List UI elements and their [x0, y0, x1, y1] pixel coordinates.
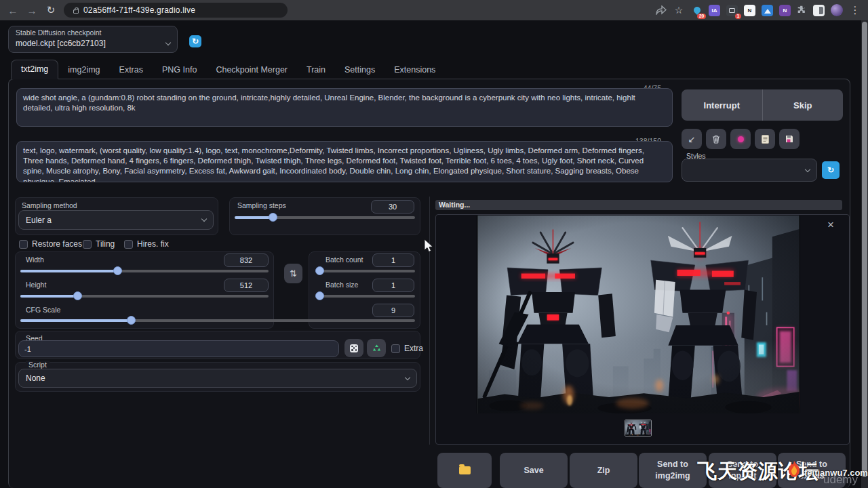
onenote-extension-icon[interactable]: N: [779, 5, 791, 16]
browser-toolbar: ← → ↻ 02a56ff4-71ff-439e.gradio.live ☆ 2…: [0, 0, 868, 20]
hires-fix-checkbox[interactable]: Hires. fix: [124, 239, 169, 249]
apply-style-button[interactable]: [755, 129, 775, 149]
checkbox-icon: [83, 240, 92, 249]
interrupt-button[interactable]: Interrupt: [682, 89, 762, 121]
cfg-value[interactable]: 9: [372, 304, 414, 317]
swap-icon: ⇅: [290, 268, 297, 279]
bookmark-star-icon[interactable]: ☆: [673, 5, 685, 16]
gallery-thumbnail[interactable]: [625, 420, 652, 436]
paste-params-button[interactable]: ↙: [682, 129, 702, 149]
mouse-cursor: [422, 239, 435, 253]
url-text: 02a56ff4-71ff-439e.gradio.live: [83, 5, 195, 15]
styles-refresh-button[interactable]: ↻: [822, 161, 840, 179]
flame-icon: [784, 460, 804, 480]
slider-knob[interactable]: [269, 213, 277, 222]
folder-icon: [459, 466, 471, 474]
extra-networks-button[interactable]: [730, 129, 751, 149]
puzzle-icon[interactable]: [797, 5, 807, 16]
save-style-button[interactable]: [779, 129, 800, 149]
height-slider[interactable]: [20, 295, 269, 298]
tab-img2img[interactable]: img2img: [58, 61, 109, 79]
batch-count-value[interactable]: 1: [372, 253, 414, 267]
seed-input[interactable]: [18, 340, 339, 357]
side-panel-icon[interactable]: [813, 5, 825, 16]
slider-knob[interactable]: [315, 266, 324, 275]
tab-settings[interactable]: Settings: [335, 61, 384, 79]
reload-icon[interactable]: ↻: [45, 4, 57, 16]
notion-extension-icon[interactable]: N: [744, 5, 755, 16]
column-divider: [429, 197, 430, 445]
slider-knob[interactable]: [73, 291, 82, 300]
batch-size-slider[interactable]: [315, 295, 415, 298]
chevron-down-icon: [165, 39, 171, 45]
checkpoint-dropdown[interactable]: Stable Diffusion checkpoint model.ckpt […: [8, 26, 178, 53]
cfg-label: CFG Scale: [26, 306, 60, 314]
address-bar[interactable]: 02a56ff4-71ff-439e.gradio.live: [64, 3, 288, 18]
batch-size-value[interactable]: 1: [372, 279, 414, 292]
back-icon[interactable]: ←: [7, 5, 19, 16]
prompt-input[interactable]: wide shot angle, a (gundam:0.8) robot st…: [16, 88, 673, 127]
open-folder-button[interactable]: [437, 453, 492, 488]
tab-bar: txt2img img2img Extras PNG Info Checkpoi…: [11, 61, 445, 79]
floppy-icon: [785, 135, 793, 143]
ia-extension-icon[interactable]: IA: [709, 5, 720, 16]
share-icon[interactable]: [656, 5, 667, 15]
save-button[interactable]: Save: [500, 453, 568, 488]
recycle-icon: [372, 344, 381, 352]
script-value: None: [26, 373, 45, 383]
checkpoint-refresh-button[interactable]: ↻: [189, 35, 201, 47]
restore-faces-checkbox[interactable]: Restore faces: [19, 239, 82, 249]
profile-avatar[interactable]: [831, 4, 843, 16]
slider-knob[interactable]: [315, 291, 324, 300]
wallpaper-extension-icon[interactable]: [762, 5, 773, 16]
tiling-checkbox[interactable]: Tiling: [83, 239, 115, 249]
refresh-icon: ↻: [192, 37, 199, 46]
width-value[interactable]: 832: [224, 253, 269, 267]
zip-button[interactable]: Zip: [570, 453, 637, 488]
generated-image[interactable]: [477, 216, 800, 413]
pin-extension-icon[interactable]: 20: [691, 5, 703, 16]
tab-train[interactable]: Train: [297, 61, 335, 79]
capture-badge: 1: [735, 14, 741, 19]
menu-icon[interactable]: ⋮: [849, 4, 861, 16]
sampling-steps-label: Sampling steps: [237, 201, 286, 209]
dice-icon: [350, 344, 358, 352]
tab-checkpoint-merger[interactable]: Checkpoint Merger: [206, 61, 297, 79]
tab-extensions[interactable]: Extensions: [384, 61, 445, 79]
reuse-seed-button[interactable]: [367, 339, 386, 357]
script-dropdown[interactable]: None: [18, 369, 417, 388]
swap-dimensions-button[interactable]: ⇅: [284, 264, 302, 283]
slider-knob[interactable]: [113, 266, 122, 275]
styles-dropdown[interactable]: [682, 159, 817, 182]
watermark-brand: udemy: [823, 473, 858, 487]
sampling-method-dropdown[interactable]: Euler a: [18, 210, 214, 230]
refresh-icon: ↻: [827, 165, 834, 175]
send-to-img2img-button[interactable]: Send to img2img: [639, 453, 707, 488]
extra-seed-checkbox[interactable]: Extra: [391, 344, 423, 353]
lock-icon: [73, 9, 79, 14]
slider-knob[interactable]: [127, 316, 136, 325]
sampling-steps-slider[interactable]: [235, 216, 415, 219]
tab-txt2img[interactable]: txt2img: [11, 60, 58, 79]
height-value[interactable]: 512: [224, 279, 269, 292]
height-label: Height: [26, 281, 46, 289]
tab-extras[interactable]: Extras: [110, 61, 153, 79]
close-icon[interactable]: ×: [827, 218, 834, 232]
capture-extension-icon[interactable]: 1: [726, 5, 738, 16]
sampling-steps-value[interactable]: 30: [371, 200, 414, 214]
width-label: Width: [26, 256, 44, 264]
width-slider[interactable]: [20, 270, 269, 272]
skip-button[interactable]: Skip: [763, 89, 844, 121]
random-seed-button[interactable]: [344, 339, 363, 357]
negative-prompt-input[interactable]: text, logo, watermark, (worst quality, l…: [16, 141, 673, 182]
scrollbar-thumb[interactable]: [862, 22, 867, 477]
page-scrollbar[interactable]: [861, 20, 868, 488]
forward-icon[interactable]: →: [26, 5, 38, 16]
chevron-down-icon: [405, 374, 410, 380]
tab-png-info[interactable]: PNG Info: [153, 61, 206, 79]
clear-prompt-button[interactable]: [706, 129, 726, 149]
cfg-slider[interactable]: [20, 319, 415, 322]
pink-dot-icon: [738, 136, 744, 142]
batch-count-slider[interactable]: [315, 270, 415, 272]
script-label: Script: [26, 361, 50, 369]
